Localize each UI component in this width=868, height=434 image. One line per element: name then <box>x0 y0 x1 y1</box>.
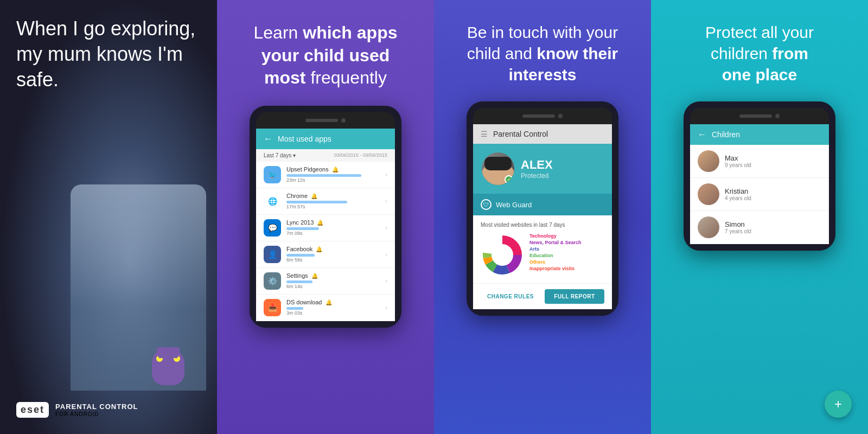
app-time: 3m 03s <box>286 310 380 316</box>
screen-title: Most used apps <box>278 135 331 143</box>
panel-1: When I go exploring, my mum knows I'm sa… <box>0 0 217 434</box>
child-age: 7 years old <box>725 228 751 234</box>
profile-name: ALEX <box>521 158 553 172</box>
child-name: Max <box>725 154 751 162</box>
app-time-bar <box>286 174 361 177</box>
phone-top-bar-3 <box>690 108 829 124</box>
app-list-item[interactable]: 🌐 Chrome 🔔 17m 57s › <box>256 188 395 215</box>
app-time: 6m 58s <box>286 257 380 263</box>
webguard-section[interactable]: 🛡 Web Guard <box>473 194 612 215</box>
back-button[interactable]: ← <box>264 134 272 144</box>
child-list-item[interactable]: Max 9 years old <box>690 145 829 178</box>
notify-icon: 🔔 <box>317 220 323 226</box>
app-time-bar <box>286 201 347 203</box>
notify-icon: 🔔 <box>332 167 339 173</box>
eset-badge: eset <box>16 402 49 418</box>
panel-3: Be in touch with yourchild and know thei… <box>434 0 651 434</box>
filter-label[interactable]: Last 7 days ▾ <box>264 152 296 158</box>
phone-top-bar-2 <box>473 108 612 124</box>
app-list-item[interactable]: 👤 Facebook 🔔 6m 58s › <box>256 241 395 268</box>
chart-area: TechnologyNews, Portal & SearchArtsEduca… <box>481 233 604 277</box>
notify-icon: 🔔 <box>326 299 332 305</box>
app-name: Chrome 🔔 <box>286 193 380 199</box>
menu-button[interactable]: ☰ <box>481 130 488 138</box>
panel4-title: Protect all yourchildren fromone place <box>705 22 814 85</box>
webguard-icon: 🛡 <box>481 199 492 210</box>
children-screen-title: Children <box>712 130 740 139</box>
child-age: 4 years old <box>725 195 751 201</box>
app-header: ← Most used apps <box>256 129 395 149</box>
app-time-bar <box>286 227 319 230</box>
child-avatar-img <box>698 150 719 172</box>
phone-mockup-parental: ☰ Parental Control ✓ ALEX Protected 🛡 We… <box>467 101 618 316</box>
panel2-title-end: frequently <box>306 68 387 87</box>
app-name: Facebook 🔔 <box>286 246 380 252</box>
child-avatar <box>698 150 719 172</box>
chevron-right-icon: › <box>385 197 387 205</box>
children-header: ← Children <box>690 124 829 145</box>
alex-avatar: ✓ <box>482 152 514 185</box>
child-info: Max 9 years old <box>725 154 751 168</box>
app-icon: ⚙️ <box>264 272 281 290</box>
app-time-bar <box>286 307 303 310</box>
legend-label: Others <box>529 259 545 265</box>
pc-screen-title: Parental Control <box>493 130 548 138</box>
chevron-right-icon: › <box>385 224 387 232</box>
panel-4: Protect all yourchildren fromone place ←… <box>651 0 868 434</box>
legend-label: Arts <box>529 246 539 252</box>
app-info: Settings 🔔 6m 14s <box>286 272 380 289</box>
child-age: 9 years old <box>725 162 751 168</box>
child-list-item[interactable]: Simon 7 years old <box>690 211 829 244</box>
legend-item: Others <box>529 259 604 265</box>
child-info: Simon 7 years old <box>725 220 751 234</box>
eset-text: eset <box>21 404 44 416</box>
phone-speaker-3 <box>739 114 772 118</box>
chevron-right-icon: › <box>385 251 387 258</box>
app-list-item[interactable]: ⚙️ Settings 🔔 6m 14s › <box>256 268 395 295</box>
notify-icon: 🔔 <box>311 273 318 279</box>
app-list-item[interactable]: 💬 Lync 2013 🔔 7m 09s › <box>256 215 395 241</box>
avatar-mask <box>484 157 512 170</box>
app-time-bar <box>286 280 312 283</box>
phone-mockup-children: ← Children Max 9 years old Kristian 4 ye… <box>684 101 835 251</box>
webguard-label: Web Guard <box>496 201 532 209</box>
eset-logo: eset PARENTAL CONTROL FOR ANDROID <box>16 402 201 418</box>
app-time-bar <box>286 254 315 257</box>
full-report-button[interactable]: FULL REPORT <box>545 289 604 304</box>
app-name: Upset Pidgeons 🔔 <box>286 166 380 173</box>
app-time: 23m 12s <box>286 177 380 183</box>
app-list-item[interactable]: 📥 DS download 🔔 3m 03s › <box>256 295 395 321</box>
child-name: Simon <box>725 220 751 228</box>
chevron-right-icon: › <box>385 277 387 285</box>
app-icon: 🌐 <box>264 193 281 210</box>
child-list-item[interactable]: Kristian 4 years old <box>690 178 829 211</box>
add-child-button[interactable]: + <box>825 391 852 418</box>
phone-mockup-apps: ← Most used apps Last 7 days ▾ 03/06/201… <box>250 106 401 328</box>
profile-status: Protected <box>521 172 553 180</box>
app-list-item[interactable]: 🐦 Upset Pidgeons 🔔 23m 12s › <box>256 162 395 188</box>
legend-label: Technology <box>529 233 557 239</box>
app-list: 🐦 Upset Pidgeons 🔔 23m 12s › 🌐 Chrome 🔔 … <box>256 162 395 321</box>
phone-speaker-2 <box>522 114 555 118</box>
phone-camera <box>341 118 346 123</box>
app-name: Lync 2013 🔔 <box>286 219 380 226</box>
children-list: Max 9 years old Kristian 4 years old Sim… <box>690 145 829 244</box>
app-name: Settings 🔔 <box>286 272 380 279</box>
legend-item: News, Portal & Search <box>529 240 604 245</box>
pc-profile: ✓ ALEX Protected <box>473 144 612 194</box>
legend-item: Arts <box>529 246 604 252</box>
svg-point-6 <box>494 246 511 264</box>
phone-screen-2: ☰ Parental Control ✓ ALEX Protected 🛡 We… <box>473 124 612 309</box>
legend-item: Inappropriate visits <box>529 266 604 271</box>
child-name: Kristian <box>725 187 751 195</box>
change-rules-button[interactable]: CHANGE RULES <box>481 289 540 304</box>
app-info: Upset Pidgeons 🔔 23m 12s <box>286 166 380 183</box>
tagline: When I go exploring, my mum knows I'm sa… <box>16 16 201 92</box>
panel2-title: Learn which appsyour child usedmost freq… <box>254 22 398 90</box>
app-icon: 💬 <box>264 219 281 237</box>
child-avatar <box>698 183 719 205</box>
app-icon: 📥 <box>264 299 281 316</box>
date-range: 03/06/2015 - 09/06/2015 <box>334 152 387 158</box>
children-back-button[interactable]: ← <box>698 130 706 139</box>
chevron-right-icon: › <box>385 171 387 178</box>
